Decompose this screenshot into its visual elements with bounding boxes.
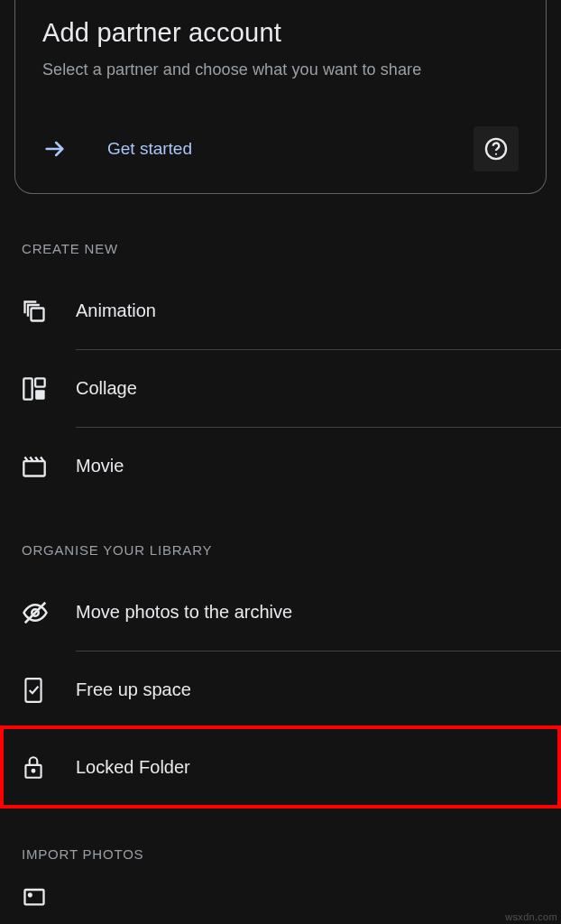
import-photoscan-item[interactable]: [0, 878, 561, 914]
organise-free-space-item[interactable]: Free up space: [0, 651, 561, 728]
organise-archive-item[interactable]: Move photos to the archive: [0, 574, 561, 651]
animation-icon: [22, 299, 76, 324]
arrow-right-icon[interactable]: [42, 136, 68, 162]
get-started-button[interactable]: Get started: [107, 139, 192, 159]
create-collage-item[interactable]: Collage: [0, 350, 561, 427]
list-label: Animation: [76, 300, 539, 321]
svg-rect-3: [32, 308, 44, 320]
list-label: Collage: [76, 378, 539, 399]
organise-locked-folder-item[interactable]: Locked Folder: [4, 729, 557, 805]
card-action-row: Get started: [42, 126, 519, 171]
svg-point-14: [29, 893, 32, 896]
section-header-import: IMPORT PHOTOS: [0, 808, 561, 878]
svg-point-2: [495, 153, 497, 155]
help-icon: [483, 136, 509, 162]
svg-rect-13: [25, 890, 44, 904]
svg-rect-7: [23, 461, 44, 476]
list-label: Movie: [76, 456, 539, 476]
help-button[interactable]: [474, 126, 519, 171]
list-label: Move photos to the archive: [76, 602, 539, 623]
collage-icon: [22, 376, 76, 402]
list-label: Locked Folder: [76, 757, 536, 778]
hide-icon: [22, 599, 76, 626]
lock-icon: [22, 753, 76, 781]
section-header-organise: ORGANISE YOUR LIBRARY: [0, 504, 561, 574]
free-space-icon: [22, 677, 76, 704]
svg-rect-10: [25, 679, 41, 702]
movie-icon: [22, 454, 76, 479]
locked-folder-highlight: Locked Folder: [0, 725, 561, 808]
card-subtitle: Select a partner and choose what you wan…: [42, 60, 519, 79]
svg-point-12: [32, 770, 35, 772]
partner-card: Add partner account Select a partner and…: [14, 0, 547, 194]
photoscan-icon: [22, 883, 76, 909]
watermark: wsxdn.com: [505, 911, 557, 922]
create-animation-item[interactable]: Animation: [0, 273, 561, 349]
card-title: Add partner account: [42, 0, 519, 48]
svg-rect-5: [35, 378, 44, 386]
svg-rect-4: [23, 378, 32, 399]
list-label: Free up space: [76, 679, 539, 700]
section-header-create: CREATE NEW: [0, 194, 561, 273]
svg-rect-6: [35, 390, 44, 400]
create-movie-item[interactable]: Movie: [0, 428, 561, 504]
